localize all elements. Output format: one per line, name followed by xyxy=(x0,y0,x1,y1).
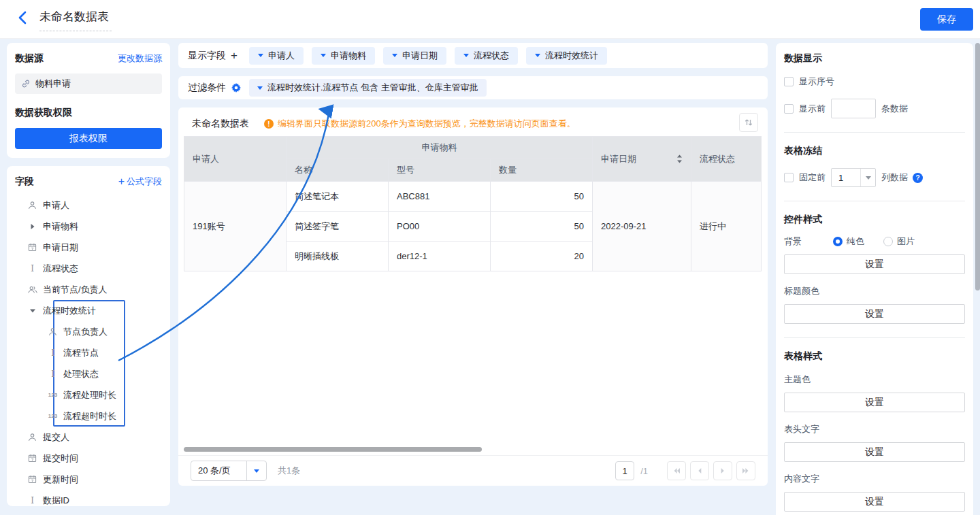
field-item[interactable]: 流程时效统计 xyxy=(7,300,170,321)
chevron-down-icon xyxy=(246,461,266,480)
field-item[interactable]: 更新时间 xyxy=(7,469,170,490)
field-list: 申请人 申请物料 申请日期 I 流程状态 当前节点/负责人 流程时效统计 节点负… xyxy=(7,195,170,506)
datasource-item[interactable]: 物料申请 xyxy=(15,73,162,94)
first-page-button[interactable] xyxy=(667,461,686,480)
solid-color-label: 纯色 xyxy=(847,235,864,248)
field-item[interactable]: I 流程状态 xyxy=(7,258,170,279)
change-datasource-link[interactable]: 更改数据源 xyxy=(118,52,162,65)
row-limit-input[interactable] xyxy=(831,99,876,118)
help-icon[interactable]: ? xyxy=(913,173,923,183)
text-icon: I xyxy=(27,496,37,505)
field-chip[interactable]: 申请人 xyxy=(249,47,304,65)
chip-label: 申请日期 xyxy=(402,50,438,62)
field-chip[interactable]: 申请日期 xyxy=(383,47,446,65)
field-item[interactable]: 提交人 xyxy=(7,427,170,448)
preview-panel: 未命名数据表 ! 编辑界面只取数据源前200条作为查询数据预览，完整数据请访问页… xyxy=(178,107,768,486)
field-item-label: 处理状态 xyxy=(63,368,99,380)
vertical-scrollbar[interactable] xyxy=(975,43,980,290)
title-color-set-button[interactable]: 设置 xyxy=(784,304,965,324)
field-item[interactable]: I 数据ID xyxy=(7,490,170,506)
field-item[interactable]: I 处理状态 xyxy=(7,363,170,384)
sub-header-name: 名称 xyxy=(287,159,389,182)
sort-button[interactable] xyxy=(739,113,758,132)
field-item-label: 更新时间 xyxy=(43,474,78,486)
chevron-right-icon xyxy=(719,467,727,475)
horizontal-scrollbar[interactable] xyxy=(184,447,482,452)
pagination-bar: 20 条/页 共1条 1 /1 xyxy=(178,455,768,486)
show-first-checkbox[interactable] xyxy=(784,104,794,114)
text-icon: I xyxy=(48,348,58,358)
double-chevron-right-icon xyxy=(742,467,750,475)
cell-name: 明晰插线板 xyxy=(287,242,389,271)
chevron-down-icon xyxy=(258,54,263,57)
field-item-label: 节点负责人 xyxy=(63,326,108,338)
image-radio[interactable] xyxy=(883,237,893,246)
chevron-down-icon xyxy=(321,54,326,57)
field-item-label: 提交时间 xyxy=(43,452,78,465)
next-page-button[interactable] xyxy=(713,461,732,480)
page-number-input[interactable]: 1 xyxy=(615,461,634,480)
field-item[interactable]: 申请物料 xyxy=(7,216,170,237)
settings-panel: 数据显示 显示序号 显示前 条数据 表格冻结 固定前 1 列数据 ? 控件样式 … xyxy=(776,43,973,515)
chip-label: 流程状态 xyxy=(474,50,509,62)
freeze-checkbox[interactable] xyxy=(784,173,794,182)
add-formula-field-link[interactable]: + 公式字段 xyxy=(118,176,162,188)
solid-color-radio[interactable] xyxy=(833,237,843,246)
field-chip[interactable]: 流程状态 xyxy=(455,47,518,65)
preview-notice: ! 编辑界面只取数据源前200条作为查询数据预览，完整数据请访问页面查看。 xyxy=(264,118,576,130)
freeze-count-select[interactable]: 1 xyxy=(831,168,876,187)
person-icon xyxy=(27,201,37,210)
field-item[interactable]: 当前节点/负责人 xyxy=(7,279,170,300)
page-title[interactable]: 未命名数据表 xyxy=(39,9,112,31)
field-item[interactable]: 123 流程处理时长 xyxy=(7,384,170,405)
field-chip[interactable]: 流程时效统计 xyxy=(526,47,607,65)
theme-color-set-button[interactable]: 设置 xyxy=(784,393,965,412)
total-count: 共1条 xyxy=(278,465,300,477)
field-item-label: 流程处理时长 xyxy=(63,389,116,401)
chip-label: 申请人 xyxy=(268,50,295,62)
report-permission-button[interactable]: 报表权限 xyxy=(15,128,162,149)
last-page-button[interactable] xyxy=(736,461,755,480)
widget-style-heading: 控件样式 xyxy=(784,214,965,226)
text-icon: I xyxy=(48,369,58,379)
number-icon: 123 xyxy=(48,413,58,419)
field-item[interactable]: 申请人 xyxy=(7,195,170,216)
chevron-left-icon xyxy=(696,467,704,475)
save-button[interactable]: 保存 xyxy=(920,8,973,31)
column-sorter-icon[interactable] xyxy=(676,154,683,163)
filter-condition-chip[interactable]: 流程时效统计.流程节点 包含 主管审批、仓库主管审批 xyxy=(249,79,487,97)
field-item-label: 申请物料 xyxy=(43,220,78,233)
show-first-label: 显示前 xyxy=(799,103,826,115)
filter-condition-text: 流程时效统计.流程节点 包含 主管审批、仓库主管审批 xyxy=(267,82,478,94)
warning-icon: ! xyxy=(264,119,274,129)
double-chevron-left-icon xyxy=(672,467,681,475)
prev-page-button[interactable] xyxy=(690,461,709,480)
background-label: 背景 xyxy=(784,235,833,248)
gear-icon[interactable] xyxy=(231,83,241,93)
divider xyxy=(784,201,965,201)
cell-applicant: 191账号 xyxy=(184,182,287,271)
page-size-select[interactable]: 20 条/页 xyxy=(191,461,267,481)
background-set-button[interactable]: 设置 xyxy=(784,254,965,274)
field-item[interactable]: 申请日期 xyxy=(7,237,170,258)
calendar-icon xyxy=(27,454,37,463)
content-text-set-button[interactable]: 设置 xyxy=(784,492,965,512)
date-header-label: 申请日期 xyxy=(601,153,636,165)
field-chip[interactable]: 申请物料 xyxy=(312,47,375,65)
field-item-label: 申请日期 xyxy=(43,242,78,254)
field-item[interactable]: I 流程节点 xyxy=(7,342,170,363)
back-button[interactable] xyxy=(18,12,33,27)
field-item[interactable]: 提交时间 xyxy=(7,448,170,469)
field-item[interactable]: 123 流程超时时长 xyxy=(7,405,170,427)
add-field-button[interactable]: + xyxy=(231,49,238,63)
plus-icon: + xyxy=(118,177,125,186)
field-item[interactable]: 节点负责人 xyxy=(7,321,170,342)
fields-heading: 字段 xyxy=(15,176,34,188)
sub-header-qty: 数量 xyxy=(491,159,593,182)
cell-status: 进行中 xyxy=(691,182,762,271)
header-text-set-button[interactable]: 设置 xyxy=(784,442,965,462)
cols-suffix-label: 列数据 xyxy=(881,171,908,184)
show-index-checkbox[interactable] xyxy=(784,77,794,86)
sub-header-model: 型号 xyxy=(389,159,491,182)
col-header-date[interactable]: 申请日期 xyxy=(593,137,691,182)
